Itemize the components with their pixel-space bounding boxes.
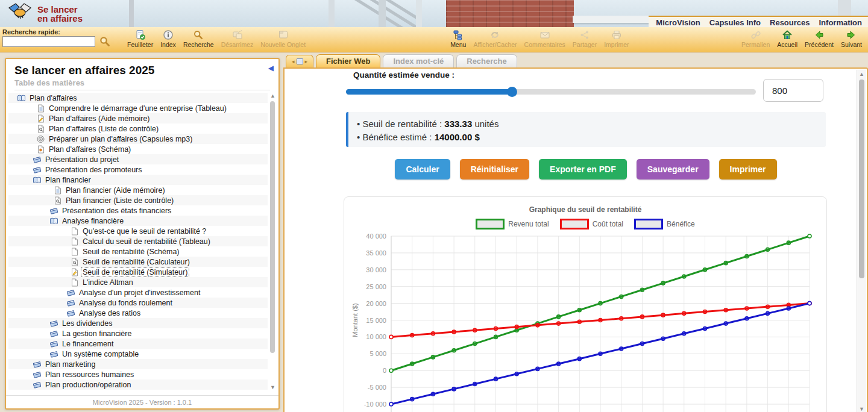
toc-item[interactable]: Analyse d'un projet d'investissement <box>8 287 268 298</box>
scroll-down-icon[interactable]: ▼ <box>857 406 866 412</box>
permalien-button: Permalien <box>738 29 773 49</box>
app-logo: Se lancer en affaires <box>7 2 83 26</box>
scroll-down-icon[interactable]: ▼ <box>269 384 277 390</box>
toc-item[interactable]: Qu'est-ce que le seuil de rentabilité ? <box>8 226 268 236</box>
toc-item[interactable]: La gestion financière <box>8 328 268 339</box>
desarrimez-button: Désarrimez <box>218 29 257 49</box>
toc-item-label: Préparer un plan d'affaires (Capsules mp… <box>48 135 193 143</box>
toc-item[interactable]: Comprendre le démarrage d'une entreprise… <box>8 103 268 113</box>
toolbar-button-label: Afficher/Cacher <box>473 41 517 48</box>
scrollbar-thumb[interactable] <box>270 101 275 353</box>
tab-scroll-left-icon[interactable]: ◂ <box>292 58 295 64</box>
toc-item[interactable]: L'indice Altman <box>8 277 268 287</box>
toc-item[interactable]: Analyse financière <box>8 216 268 226</box>
toc-item[interactable]: Seuil de rentabilité (Simulateur) <box>8 267 268 277</box>
toc-item[interactable]: Présentation des promoteurs <box>8 164 268 175</box>
toc-item-label: Qu'est-ce que le seuil de rentabilité ? <box>81 227 207 236</box>
results-box: • Seuil de rentabilité : 333.33 unités• … <box>346 112 826 147</box>
toc-item[interactable]: Calcul du seuil de rentabilité (Tableau) <box>8 236 268 246</box>
scrollbar-thumb[interactable] <box>859 80 864 278</box>
quantity-slider[interactable] <box>346 89 756 95</box>
sauvegarder-button[interactable]: Sauvegarder <box>637 159 709 179</box>
toc-item[interactable]: Plan production/opération <box>8 379 268 390</box>
toc-item[interactable]: Plan ressources humaines <box>8 369 268 379</box>
toc-item-label: Plan d'affaires <box>28 94 78 102</box>
menu-icon <box>453 30 464 40</box>
toc-item[interactable]: Présentation des états financiers <box>8 205 268 216</box>
legend-item[interactable]: Revenu total <box>476 219 549 229</box>
toc-item[interactable]: Analyse du fonds roulement <box>8 298 268 308</box>
page-icon <box>70 248 79 256</box>
toc-item[interactable]: Plan financier <box>8 175 268 185</box>
toc-item[interactable]: Plan d'affaires (Liste de contrôle) <box>8 123 268 134</box>
svg-text:40 000: 40 000 <box>366 233 386 240</box>
index-button[interactable]: Index <box>157 29 180 49</box>
tab-scroll-right-icon[interactable]: ▸ <box>305 58 308 64</box>
page-search-icon <box>36 125 45 133</box>
quantity-label: Quantité estimée vendue : <box>353 70 454 80</box>
toc-item[interactable]: Analyse des ratios <box>8 308 268 318</box>
toc-item[interactable]: Contenu du document <box>8 390 268 390</box>
sidebar-scrollbar[interactable]: ▲ ▼ <box>269 93 277 390</box>
toc-item-label: Le financement <box>61 340 115 348</box>
legend-item[interactable]: Coût total <box>560 219 623 229</box>
menu-button[interactable]: Menu <box>447 29 470 49</box>
content-scrollbar[interactable]: ▲ ▼ <box>857 70 866 412</box>
book-icon <box>49 319 58 328</box>
book-icon <box>33 166 42 174</box>
toc-item[interactable]: Plan d'affaires <box>8 93 268 103</box>
menu-item-microvision[interactable]: MicroVision <box>656 18 700 27</box>
imprimer-button[interactable]: Imprimer <box>719 159 777 179</box>
tab-recherche[interactable]: Recherche <box>456 54 517 67</box>
toc-item-label: Les dividendes <box>61 319 113 328</box>
toc-item[interactable]: Le financement <box>8 339 268 349</box>
action-buttons: CalculerRéinitialiserExporter en PDFSauv… <box>346 159 826 179</box>
menu-item-information[interactable]: Information <box>819 18 863 27</box>
legend-item[interactable]: Bénéfice <box>634 219 695 229</box>
quick-search-input[interactable] <box>2 36 95 47</box>
index-icon <box>163 30 174 40</box>
recherche-button[interactable]: Recherche <box>180 29 218 49</box>
book-icon <box>33 360 42 369</box>
calculer-button[interactable]: Calculer <box>395 159 450 179</box>
precedent-button[interactable]: Précédent <box>801 29 837 49</box>
search-icon[interactable] <box>99 36 111 48</box>
exporter-en-pdf-button[interactable]: Exporter en PDF <box>539 159 627 179</box>
collapse-sidebar-icon[interactable]: ◀ <box>268 64 274 72</box>
toc-item[interactable]: Seuil de rentabilité (Schéma) <box>8 246 268 257</box>
tab-navigation-mini[interactable]: ◂ ▸ <box>286 55 313 67</box>
svg-text:10 000: 10 000 <box>366 333 386 340</box>
content-tabs: ◂ ▸ Fichier WebIndex mot-cléRecherche <box>286 54 517 67</box>
scroll-up-icon[interactable]: ▲ <box>857 70 866 77</box>
toc-item[interactable]: Plan financier (Liste de contrôle) <box>8 195 268 205</box>
toc-item[interactable]: Les dividendes <box>8 318 268 328</box>
quantity-input[interactable] <box>763 79 823 102</box>
toc-item[interactable]: Plan d'affaires (Aide mémoire) <box>8 113 268 123</box>
book-icon <box>49 207 58 215</box>
toc-item[interactable]: Présentation du projet <box>8 154 268 164</box>
slider-thumb[interactable] <box>507 87 517 97</box>
menu-item-capsules-info[interactable]: Capsules Info <box>709 18 761 27</box>
legend-swatch <box>476 219 505 229</box>
scroll-up-icon[interactable]: ▲ <box>269 93 277 99</box>
svg-text:25 000: 25 000 <box>366 283 386 290</box>
sidebar-footer: MicroVision 2025 - Version : 1.0.1 <box>6 395 278 406</box>
feuilleter-button[interactable]: Feuilleter <box>124 29 157 49</box>
toolbar-button-label: Commentaires <box>524 41 565 48</box>
toc-sidebar: Se lancer en affaires 2025 Table des mat… <box>5 58 280 410</box>
breakeven-chart-card: Graphique du seuil de rentabilité Revenu… <box>344 196 827 412</box>
toc-item[interactable]: Plan d'affaires (Schéma) <box>8 144 268 154</box>
menu-item-resources[interactable]: Resources <box>770 18 810 27</box>
toc-item[interactable]: Plan marketing <box>8 359 268 369</box>
chart-title: Graphique du seuil de rentabilité <box>344 205 826 214</box>
toc-item[interactable]: Préparer un plan d'affaires (Capsules mp… <box>8 134 268 144</box>
tab-fichier-web[interactable]: Fichier Web <box>316 54 380 67</box>
réinitialiser-button[interactable]: Réinitialiser <box>460 159 529 179</box>
toc-item[interactable]: Plan financier (Aide mémoire) <box>8 185 268 195</box>
suivant-button[interactable]: Suivant <box>837 29 866 49</box>
accueil-button[interactable]: Accueil <box>773 29 801 49</box>
toc-item[interactable]: Seuil de rentabilité (Calculateur) <box>8 257 268 267</box>
toc-item[interactable]: Un système comptable <box>8 349 268 359</box>
tab-index-mot-clé[interactable]: Index mot-clé <box>383 54 454 67</box>
book-icon <box>66 289 75 297</box>
